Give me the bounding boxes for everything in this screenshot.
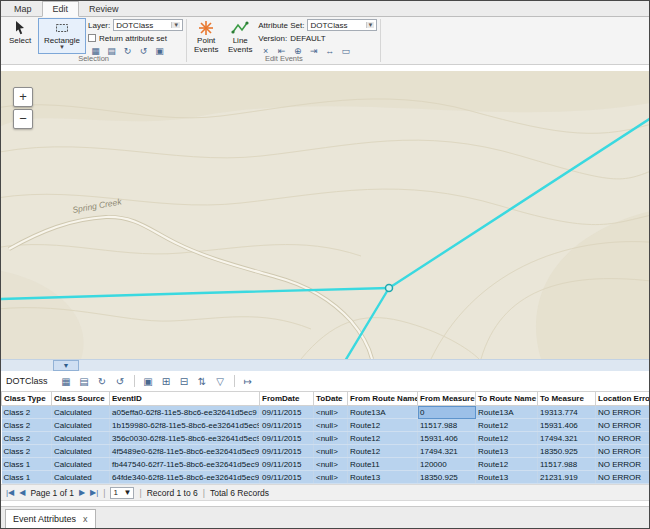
rectangle-tool-button[interactable]: Rectangle ▼ — [38, 18, 86, 54]
table-cell[interactable]: 0 — [418, 406, 476, 419]
zoom-in-button[interactable]: + — [13, 87, 33, 107]
table-cell[interactable]: NO ERROR — [596, 445, 650, 458]
table-cell[interactable]: 11517.988 — [538, 458, 596, 471]
route-junction-marker[interactable] — [386, 285, 393, 292]
tab-edit[interactable]: Edit — [42, 1, 80, 17]
sort-records-icon[interactable]: ⇅ — [194, 374, 211, 389]
table-cell[interactable]: 15931.406 — [418, 432, 476, 445]
table-row[interactable]: Class 1Calculated64fde340-62f8-11e5-8bc6… — [2, 471, 650, 484]
column-header[interactable]: EventID — [110, 392, 260, 406]
record-view-icon[interactable]: ▤ — [76, 374, 93, 389]
page-size-select[interactable]: 1 ▼ — [110, 487, 134, 499]
table-cell[interactable]: a05effa0-62f8-11e5-8bc6-ee32641d5ec9 — [110, 406, 260, 419]
next-page-icon[interactable]: ▶ — [79, 488, 85, 498]
column-header[interactable]: From Route Name — [348, 392, 418, 406]
column-header[interactable]: ToDate — [314, 392, 348, 406]
table-cell[interactable]: Route12 — [476, 432, 538, 445]
table-cell[interactable]: NO ERROR — [596, 432, 650, 445]
close-icon[interactable]: x — [83, 514, 88, 524]
map-canvas[interactable]: Spring Creek — [1, 71, 649, 359]
table-cell[interactable]: Route12 — [348, 419, 418, 432]
table-cell[interactable]: 11517.988 — [418, 419, 476, 432]
filter-records-icon[interactable]: ▽ — [212, 374, 229, 389]
table-cell[interactable]: Calculated — [52, 406, 110, 419]
table-cell[interactable]: Calculated — [52, 432, 110, 445]
column-header[interactable]: To Measure — [538, 392, 596, 406]
table-cell[interactable]: 09/11/2015 — [260, 432, 314, 445]
table-cell[interactable]: NO ERROR — [596, 471, 650, 484]
table-cell[interactable]: 356c0030-62f8-11e5-8bc6-ee32641d5ec9 — [110, 432, 260, 445]
table-cell[interactable]: 64fde340-62f8-11e5-8bc6-ee32641d5ec9 — [110, 471, 260, 484]
refresh-table-icon[interactable]: ↻ — [94, 374, 111, 389]
delete-record-icon[interactable]: ⊟ — [176, 374, 193, 389]
zoom-out-button[interactable]: − — [13, 109, 33, 129]
collapse-panel-button[interactable]: ▼ — [53, 360, 79, 371]
table-cell[interactable]: 09/11/2015 — [260, 406, 314, 419]
table-cell[interactable]: Calculated — [52, 419, 110, 432]
table-cell[interactable]: 09/11/2015 — [260, 471, 314, 484]
event-attributes-tab[interactable]: Event Attributes x — [5, 509, 96, 528]
table-cell[interactable]: Route12 — [476, 458, 538, 471]
column-header[interactable]: To Route Name — [476, 392, 538, 406]
column-header[interactable]: From Measure — [418, 392, 476, 406]
column-header[interactable]: Location Error — [596, 392, 650, 406]
attribute-set-select[interactable]: DOTClass ▼ — [307, 19, 377, 31]
column-header[interactable]: Class Type — [2, 392, 52, 406]
table-cell[interactable]: 09/11/2015 — [260, 419, 314, 432]
table-cell[interactable]: Route13 — [476, 471, 538, 484]
point-events-button[interactable]: Point Events — [190, 18, 222, 54]
table-cell[interactable]: NO ERROR — [596, 419, 650, 432]
add-record-icon[interactable]: ⊞ — [158, 374, 175, 389]
table-cell[interactable]: Route13A — [348, 406, 418, 419]
table-cell[interactable]: Calculated — [52, 445, 110, 458]
table-cell[interactable]: 17494.321 — [538, 432, 596, 445]
table-cell[interactable]: <null> — [314, 419, 348, 432]
table-cell[interactable]: NO ERROR — [596, 406, 650, 419]
reload-table-icon[interactable]: ↺ — [112, 374, 129, 389]
map-view[interactable]: Spring Creek + − — [1, 71, 649, 359]
table-cell[interactable]: Class 2 — [2, 432, 52, 445]
panel-splitter[interactable]: ▼ — [1, 359, 649, 371]
table-cell[interactable]: 18350.925 — [418, 471, 476, 484]
table-cell[interactable]: Route13 — [348, 471, 418, 484]
line-events-button[interactable]: Line Events — [224, 18, 256, 54]
prev-page-icon[interactable]: ◀ — [19, 488, 25, 498]
table-cell[interactable]: 17494.321 — [418, 445, 476, 458]
table-cell[interactable]: Class 2 — [2, 445, 52, 458]
table-cell[interactable]: 18350.925 — [538, 445, 596, 458]
table-cell[interactable]: NO ERROR — [596, 458, 650, 471]
table-cell[interactable]: Route12 — [348, 432, 418, 445]
table-cell[interactable]: 15931.406 — [538, 419, 596, 432]
save-edits-icon[interactable]: ▣ — [140, 374, 157, 389]
table-cell[interactable]: 1b159980-62f8-11e5-8bc6-ee32641d5ec9 — [110, 419, 260, 432]
table-cell[interactable]: 4f5489e0-62f8-11e5-8bc6-ee32641d5ec9 — [110, 445, 260, 458]
table-cell[interactable]: Class 2 — [2, 406, 52, 419]
table-cell[interactable]: <null> — [314, 471, 348, 484]
first-page-icon[interactable]: |◀ — [6, 488, 14, 498]
table-cell[interactable]: Class 2 — [2, 419, 52, 432]
table-cell[interactable]: Class 1 — [2, 471, 52, 484]
table-cell[interactable]: 21231.919 — [538, 471, 596, 484]
table-cell[interactable]: 120000 — [418, 458, 476, 471]
table-cell[interactable]: Route12 — [348, 445, 418, 458]
table-row[interactable]: Class 2Calculateda05effa0-62f8-11e5-8bc6… — [2, 406, 650, 419]
layer-select[interactable]: DOTClass ▼ — [113, 19, 183, 31]
table-cell[interactable]: Calculated — [52, 471, 110, 484]
table-cell[interactable]: fb447540-62f7-11e5-8bc6-ee32641d5ec9 — [110, 458, 260, 471]
table-cell[interactable]: <null> — [314, 406, 348, 419]
table-cell[interactable]: Route11 — [348, 458, 418, 471]
table-cell[interactable]: Route13 — [476, 445, 538, 458]
rectangle-dropdown-caret[interactable]: ▼ — [59, 45, 65, 50]
measure-icon[interactable]: ↦ — [240, 374, 257, 389]
tab-review[interactable]: Review — [79, 2, 129, 16]
table-cell[interactable]: Class 1 — [2, 458, 52, 471]
table-cell[interactable]: Calculated — [52, 458, 110, 471]
table-cell[interactable]: Route13A — [476, 406, 538, 419]
table-cell[interactable]: 09/11/2015 — [260, 458, 314, 471]
table-cell[interactable]: <null> — [314, 458, 348, 471]
table-cell[interactable]: Route12 — [476, 419, 538, 432]
table-cell[interactable]: <null> — [314, 445, 348, 458]
last-page-icon[interactable]: ▶| — [90, 488, 98, 498]
table-row[interactable]: Class 1Calculatedfb447540-62f7-11e5-8bc6… — [2, 458, 650, 471]
table-row[interactable]: Class 2Calculated1b159980-62f8-11e5-8bc6… — [2, 419, 650, 432]
